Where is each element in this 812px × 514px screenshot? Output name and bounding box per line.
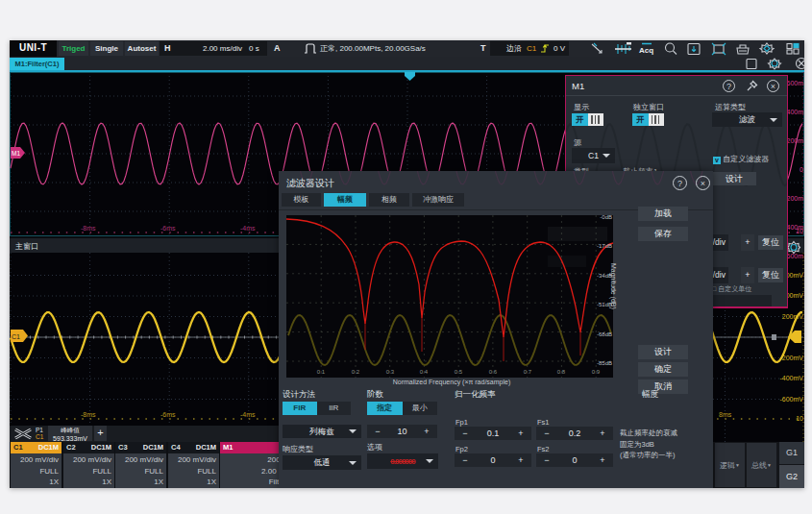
svg-text:-8ms: -8ms bbox=[81, 225, 96, 232]
svg-text:M1: M1 bbox=[12, 150, 20, 157]
svg-text:10: 10 bbox=[796, 415, 803, 422]
svg-text:200mV: 200mV bbox=[782, 313, 804, 320]
svg-text:0.2: 0.2 bbox=[352, 369, 360, 375]
svg-text:C1: C1 bbox=[12, 333, 20, 340]
svg-text:200m: 200m bbox=[786, 137, 803, 144]
svg-text:0: 0 bbox=[800, 166, 803, 173]
svg-text:-400mV: -400mV bbox=[779, 375, 803, 381]
svg-text:0.5: 0.5 bbox=[455, 369, 463, 375]
svg-text:0.6: 0.6 bbox=[489, 369, 498, 375]
svg-text:0.8: 0.8 bbox=[557, 369, 566, 375]
svg-text:0.9: 0.9 bbox=[592, 369, 601, 375]
svg-text:-4ms: -4ms bbox=[240, 225, 256, 232]
svg-text:-8ms: -8ms bbox=[81, 411, 96, 418]
svg-text:-68dB: -68dB bbox=[597, 331, 612, 337]
svg-text:主窗口: 主窗口 bbox=[14, 242, 38, 251]
svg-text:-6ms: -6ms bbox=[160, 411, 176, 418]
svg-text:Acq: Acq bbox=[639, 46, 653, 55]
svg-text:-0dB: -0dB bbox=[600, 215, 612, 220]
svg-text:8ms: 8ms bbox=[719, 411, 732, 418]
svg-text:0.3: 0.3 bbox=[386, 369, 395, 375]
svg-text:-85dB: -85dB bbox=[597, 360, 612, 366]
svg-text:0.7: 0.7 bbox=[524, 369, 532, 375]
svg-text:-6ms: -6ms bbox=[160, 225, 176, 232]
svg-text:0.1: 0.1 bbox=[317, 369, 326, 375]
svg-text:-600mV: -600mV bbox=[779, 396, 803, 403]
svg-text:-4ms: -4ms bbox=[240, 411, 256, 418]
svg-text:-17dB: -17dB bbox=[597, 243, 612, 249]
svg-text:600m: 600m bbox=[786, 80, 803, 86]
svg-text:10: 10 bbox=[796, 228, 803, 234]
svg-text:400m: 400m bbox=[786, 109, 803, 115]
svg-text:-200mV: -200mV bbox=[779, 355, 803, 361]
svg-text:0.4: 0.4 bbox=[420, 369, 429, 375]
